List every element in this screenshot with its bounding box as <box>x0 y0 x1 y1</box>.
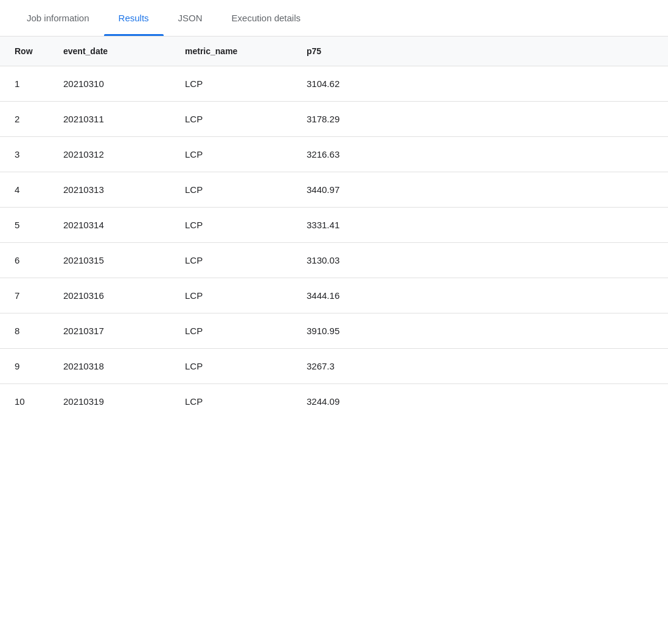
tab-results[interactable]: Results <box>104 0 164 36</box>
cell-extra <box>414 313 668 349</box>
table-row: 820210317LCP3910.95 <box>0 313 668 349</box>
cell-extra <box>414 349 668 384</box>
table-body: 120210310LCP3104.62220210311LCP3178.2932… <box>0 66 668 419</box>
cell-metric_name: LCP <box>170 313 292 349</box>
cell-p75: 3104.62 <box>292 66 414 102</box>
tabs-bar: Job informationResultsJSONExecution deta… <box>0 0 668 37</box>
cell-event_date: 20210313 <box>49 172 170 208</box>
cell-row: 2 <box>0 102 49 137</box>
cell-row: 1 <box>0 66 49 102</box>
cell-extra <box>414 66 668 102</box>
col-header-p75: p75 <box>292 37 414 66</box>
table-row: 320210312LCP3216.63 <box>0 137 668 172</box>
cell-event_date: 20210310 <box>49 66 170 102</box>
cell-extra <box>414 102 668 137</box>
cell-event_date: 20210314 <box>49 208 170 243</box>
cell-metric_name: LCP <box>170 278 292 313</box>
table-row: 920210318LCP3267.3 <box>0 349 668 384</box>
table-row: 220210311LCP3178.29 <box>0 102 668 137</box>
cell-event_date: 20210316 <box>49 278 170 313</box>
tab-json[interactable]: JSON <box>164 0 217 36</box>
tab-execution-details[interactable]: Execution details <box>217 0 315 36</box>
cell-metric_name: LCP <box>170 384 292 419</box>
cell-row: 4 <box>0 172 49 208</box>
table-header-row: Rowevent_datemetric_namep75 <box>0 37 668 66</box>
cell-extra <box>414 384 668 419</box>
results-table: Rowevent_datemetric_namep75 120210310LCP… <box>0 37 668 419</box>
cell-row: 6 <box>0 243 49 278</box>
cell-p75: 3216.63 <box>292 137 414 172</box>
col-header-row: Row <box>0 37 49 66</box>
cell-p75: 3440.97 <box>292 172 414 208</box>
cell-p75: 3910.95 <box>292 313 414 349</box>
cell-p75: 3178.29 <box>292 102 414 137</box>
cell-metric_name: LCP <box>170 208 292 243</box>
results-table-container: Rowevent_datemetric_namep75 120210310LCP… <box>0 37 668 419</box>
cell-extra <box>414 208 668 243</box>
cell-metric_name: LCP <box>170 137 292 172</box>
table-row: 120210310LCP3104.62 <box>0 66 668 102</box>
cell-row: 5 <box>0 208 49 243</box>
cell-metric_name: LCP <box>170 66 292 102</box>
cell-event_date: 20210315 <box>49 243 170 278</box>
cell-row: 3 <box>0 137 49 172</box>
table-row: 1020210319LCP3244.09 <box>0 384 668 419</box>
col-header-event_date: event_date <box>49 37 170 66</box>
cell-metric_name: LCP <box>170 349 292 384</box>
table-row: 620210315LCP3130.03 <box>0 243 668 278</box>
cell-extra <box>414 172 668 208</box>
cell-row: 10 <box>0 384 49 419</box>
table-row: 720210316LCP3444.16 <box>0 278 668 313</box>
cell-event_date: 20210317 <box>49 313 170 349</box>
cell-p75: 3130.03 <box>292 243 414 278</box>
cell-metric_name: LCP <box>170 172 292 208</box>
table-row: 420210313LCP3440.97 <box>0 172 668 208</box>
cell-extra <box>414 137 668 172</box>
cell-event_date: 20210318 <box>49 349 170 384</box>
cell-row: 8 <box>0 313 49 349</box>
cell-extra <box>414 278 668 313</box>
cell-p75: 3444.16 <box>292 278 414 313</box>
cell-p75: 3267.3 <box>292 349 414 384</box>
col-header-extra <box>414 37 668 66</box>
cell-event_date: 20210311 <box>49 102 170 137</box>
cell-metric_name: LCP <box>170 243 292 278</box>
col-header-metric_name: metric_name <box>170 37 292 66</box>
cell-p75: 3244.09 <box>292 384 414 419</box>
cell-event_date: 20210312 <box>49 137 170 172</box>
table-header: Rowevent_datemetric_namep75 <box>0 37 668 66</box>
cell-event_date: 20210319 <box>49 384 170 419</box>
cell-extra <box>414 243 668 278</box>
cell-row: 7 <box>0 278 49 313</box>
tab-job-information[interactable]: Job information <box>12 0 104 36</box>
cell-row: 9 <box>0 349 49 384</box>
cell-p75: 3331.41 <box>292 208 414 243</box>
table-row: 520210314LCP3331.41 <box>0 208 668 243</box>
cell-metric_name: LCP <box>170 102 292 137</box>
